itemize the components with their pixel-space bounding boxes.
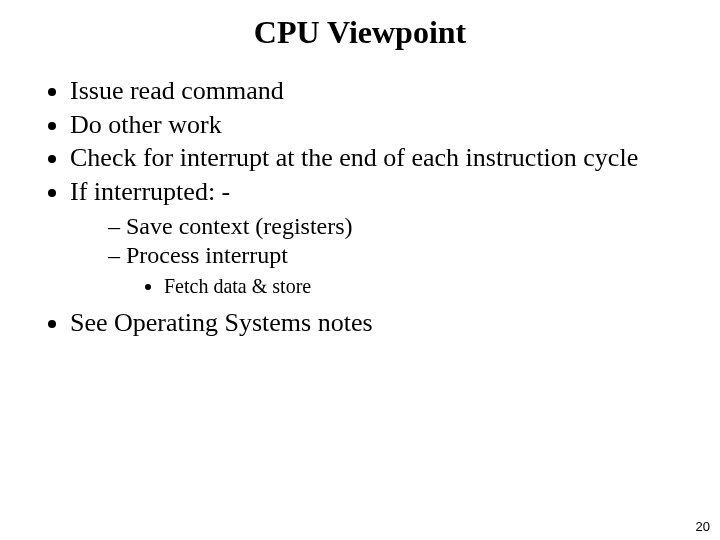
bullet-item: Do other work: [70, 109, 690, 141]
bullet-list-level2: Save context (registers) Process interru…: [70, 212, 690, 299]
page-number: 20: [696, 519, 710, 534]
bullet-list-level3: Fetch data & store: [108, 274, 690, 298]
slide-content: Issue read command Do other work Check f…: [0, 51, 720, 339]
bullet-subsub-item: Fetch data & store: [164, 274, 690, 298]
bullet-item: See Operating Systems notes: [70, 307, 690, 339]
slide: CPU Viewpoint Issue read command Do othe…: [0, 0, 720, 540]
bullet-sub-item-text: Process interrupt: [126, 242, 288, 268]
slide-title: CPU Viewpoint: [0, 0, 720, 51]
bullet-item-text: If interrupted: -: [70, 177, 230, 206]
bullet-item: Issue read command: [70, 75, 690, 107]
bullet-sub-item: Process interrupt Fetch data & store: [108, 241, 690, 299]
bullet-list-level1: Issue read command Do other work Check f…: [30, 75, 690, 339]
bullet-item: Check for interrupt at the end of each i…: [70, 142, 690, 174]
bullet-item: If interrupted: - Save context (register…: [70, 176, 690, 299]
bullet-sub-item: Save context (registers): [108, 212, 690, 241]
